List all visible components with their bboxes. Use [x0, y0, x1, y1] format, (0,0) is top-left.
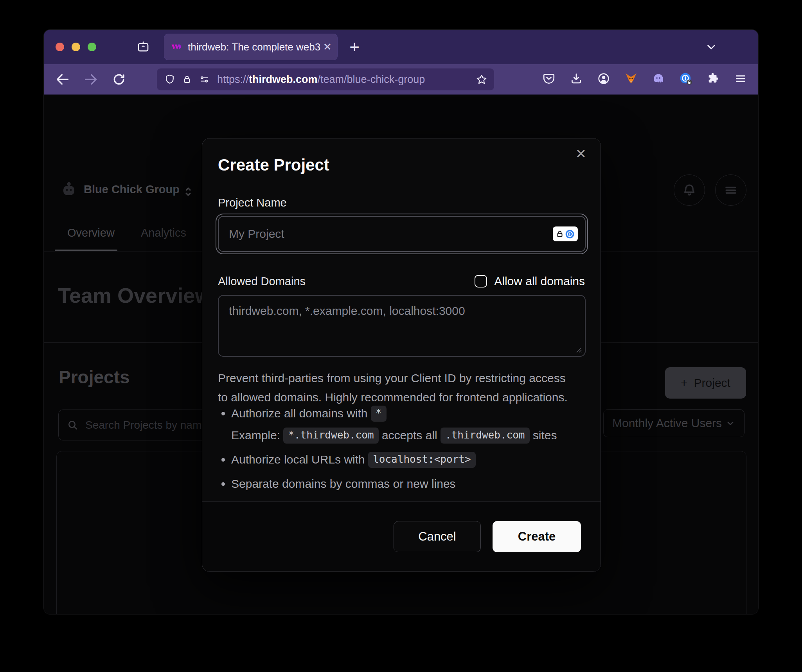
tab-overview-icon[interactable] — [136, 40, 150, 54]
plus-icon: + — [681, 376, 688, 390]
code-chip-localhost: localhost:<port> — [368, 452, 475, 468]
code-chip-wildcard-domain: *.thirdweb.com — [283, 428, 378, 444]
add-project-button[interactable]: + Project — [665, 367, 746, 399]
bullet-1-text: Authorize all domains with — [231, 407, 368, 420]
projects-heading: Projects — [59, 367, 130, 388]
tab-overview[interactable]: Overview — [67, 226, 115, 239]
allowed-domains-label: Allowed Domains — [218, 275, 306, 288]
tab-title: thirdweb: The complete web3 d — [188, 41, 320, 53]
url-path: /team/blue-chick-group — [318, 74, 425, 85]
lock-icon — [556, 230, 564, 238]
team-avatar — [59, 180, 78, 199]
modal-footer: Cancel Create — [202, 501, 601, 571]
minimize-window-button[interactable] — [72, 43, 80, 51]
allow-all-domains-checkbox[interactable] — [475, 275, 487, 287]
hamburger-icon — [723, 182, 739, 198]
browser-window: thirdweb: The complete web3 d ✕ + — [44, 30, 758, 614]
connection-lock-icon[interactable] — [181, 74, 193, 85]
allowed-domains-textarea[interactable] — [218, 295, 586, 357]
url-bar[interactable]: https://thirdweb.com/team/blue-chick-gro… — [157, 68, 494, 90]
thirdweb-favicon-icon — [171, 41, 182, 53]
browser-titlebar: thirdweb: The complete web3 d ✕ + — [44, 30, 758, 64]
page-title: Team Overview — [58, 283, 211, 307]
forward-button[interactable] — [83, 72, 99, 87]
bullet-1-example: Example: *.thirdweb.com accepts all .thi… — [231, 426, 589, 444]
zoom-window-button[interactable] — [88, 43, 96, 51]
bullet-separate-domains: Separate domains by commas or new lines — [231, 475, 589, 493]
tracking-shield-icon[interactable] — [164, 74, 176, 85]
example-suffix-text: sites — [533, 429, 557, 442]
onepassword-badge-icon — [565, 229, 575, 239]
team-name: Blue Chick Group — [84, 183, 180, 196]
add-project-label: Project — [694, 376, 730, 390]
example-mid-text: accepts all — [382, 429, 437, 442]
cancel-button[interactable]: Cancel — [394, 521, 481, 552]
allow-all-domains-group: Allow all domains — [475, 275, 585, 288]
create-button[interactable]: Create — [493, 521, 581, 552]
bullet-authorize-all: Authorize all domains with * Example: *.… — [231, 404, 589, 444]
url-scheme: https:// — [217, 74, 249, 85]
url-text: https://thirdweb.com/team/blue-chick-gro… — [217, 74, 475, 86]
tab-analytics[interactable]: Analytics — [141, 226, 186, 239]
metamask-icon[interactable] — [624, 72, 638, 85]
window-controls — [56, 43, 96, 51]
bookmark-star-icon[interactable] — [475, 73, 488, 86]
browser-tab[interactable]: thirdweb: The complete web3 d ✕ — [164, 34, 337, 60]
bullet-2-text: Authorize local URLs with — [231, 453, 365, 466]
permissions-icon[interactable] — [198, 74, 210, 85]
onepassword-icon[interactable] — [679, 72, 692, 85]
back-button[interactable] — [55, 72, 70, 87]
sort-dropdown[interactable]: Monthly Active Users — [603, 409, 744, 437]
tab-close-icon[interactable]: ✕ — [320, 42, 332, 52]
code-chip-asterisk: * — [371, 406, 387, 422]
account-icon[interactable] — [597, 72, 610, 85]
allowed-domains-bullets: Authorize all domains with * Example: *.… — [218, 404, 589, 499]
chevron-down-icon — [725, 417, 736, 429]
team-switcher-chevrons-icon — [182, 183, 195, 200]
project-name-input[interactable] — [218, 216, 586, 252]
resize-handle-icon[interactable] — [575, 346, 583, 354]
description-line-1: Prevent third-parties from using your Cl… — [218, 368, 568, 388]
active-tab-underline — [55, 250, 117, 251]
notifications-bell-button[interactable] — [674, 174, 705, 206]
allowed-domains-description: Prevent third-parties from using your Cl… — [218, 368, 568, 407]
bell-icon — [681, 182, 698, 198]
allow-all-domains-label: Allow all domains — [494, 275, 585, 288]
modal-title: Create Project — [218, 156, 329, 174]
new-tab-button[interactable]: + — [343, 35, 365, 59]
onepassword-autofill-icon[interactable] — [553, 226, 578, 241]
pocket-icon[interactable] — [542, 72, 556, 85]
description-line-2: to allowed domains. Highly recommended f… — [218, 388, 568, 407]
code-chip-domain: .thirdweb.com — [441, 428, 530, 444]
tab-overflow-chevron-icon[interactable] — [704, 40, 718, 54]
toolbar-icons — [542, 72, 747, 85]
sort-dropdown-label: Monthly Active Users — [612, 417, 725, 430]
example-label: Example: — [231, 429, 280, 442]
close-window-button[interactable] — [56, 43, 64, 51]
phantom-icon[interactable] — [652, 72, 665, 85]
modal-close-button[interactable]: ✕ — [575, 147, 587, 160]
downloads-icon[interactable] — [570, 72, 583, 85]
url-host: thirdweb.com — [249, 74, 318, 85]
search-icon — [67, 419, 79, 431]
browser-navbar: https://thirdweb.com/team/blue-chick-gro… — [44, 64, 758, 95]
bullet-authorize-local: Authorize local URLs with localhost:<por… — [231, 451, 589, 469]
page-menu-button[interactable] — [715, 174, 746, 206]
reload-button[interactable] — [111, 72, 127, 87]
create-project-modal: ✕ Create Project Project Name Allowed Do… — [202, 138, 601, 572]
menu-hamburger-icon[interactable] — [734, 72, 747, 85]
project-name-label: Project Name — [218, 196, 287, 209]
extensions-puzzle-icon[interactable] — [707, 72, 720, 85]
bullet-3-text: Separate domains by commas or new lines — [231, 477, 456, 490]
